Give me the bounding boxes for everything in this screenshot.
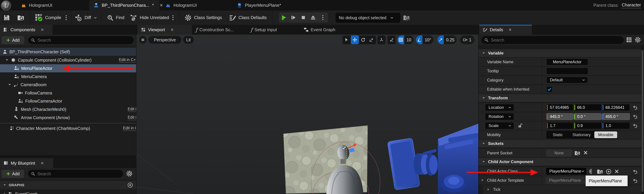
details-settings-gear-icon[interactable]: [634, 37, 641, 43]
add-blueprint-item-button[interactable]: Add: [1, 169, 24, 178]
compile-options-button[interactable]: [64, 11, 68, 25]
tab-viewport[interactable]: Viewport: [138, 25, 192, 35]
components-search-input[interactable]: [37, 38, 131, 43]
component-row-menuplaneactor[interactable]: MenuPlaneActor: [0, 64, 136, 72]
details-scrollbar-thumb[interactable]: [642, 50, 643, 192]
clear-socket-icon[interactable]: [583, 150, 588, 155]
coordinate-space-button[interactable]: [377, 36, 386, 45]
edit-in-cpp-link[interactable]: Edit in C++: [128, 115, 136, 120]
rotation-x-field[interactable]: 445.0 °: [546, 113, 573, 120]
move-tool-button[interactable]: [351, 36, 359, 44]
expander-down-icon[interactable]: [8, 83, 12, 87]
column-divider[interactable]: [542, 103, 542, 112]
debug-browse-button[interactable]: [403, 11, 410, 25]
find-button[interactable]: Find: [107, 11, 124, 25]
row-tick[interactable]: Tick: [483, 185, 641, 194]
graph-row-eventgraph[interactable]: EventGraph: [0, 190, 136, 194]
hide-unrelated-options-button[interactable]: [171, 11, 175, 25]
edit-in-cpp-link[interactable]: Edit in C++: [119, 58, 136, 63]
location-z-field[interactable]: 68.226641: [602, 104, 630, 111]
rotation-y-field[interactable]: 0.0 °: [574, 113, 602, 120]
viewport-3d-scene[interactable]: [136, 35, 478, 194]
component-row-menucamera[interactable]: MenuCamera: [0, 73, 136, 81]
column-divider[interactable]: [542, 85, 542, 93]
perspective-dropdown[interactable]: Perspective: [148, 36, 182, 44]
child-actor-class-dropdown[interactable]: PlayerMenuPlane: [546, 167, 586, 175]
expander-down-icon[interactable]: [482, 96, 485, 100]
stop-button[interactable]: [298, 13, 308, 23]
edit-in-cpp-link[interactable]: Edit in C++: [123, 126, 136, 131]
details-search-input[interactable]: [490, 38, 621, 43]
close-icon[interactable]: [40, 28, 44, 31]
component-row-charactermovement[interactable]: Character Movement (CharMoveComp) Edit i…: [0, 124, 136, 132]
component-row-cameraboom[interactable]: CameraBoom: [0, 81, 136, 89]
tab-components[interactable]: Components: [0, 25, 52, 35]
tooltip-field[interactable]: [546, 68, 588, 74]
tab-construction-script[interactable]: ƒ Construction Sc...: [194, 25, 235, 35]
component-row-followcamera[interactable]: FollowCamera: [0, 89, 136, 97]
variable-name-field[interactable]: MenuPlaneActor: [546, 59, 588, 65]
section-header-sockets[interactable]: Sockets: [478, 140, 641, 147]
component-row-capsule[interactable]: Capsule Component (CollisionCylinder) Ed…: [0, 56, 136, 64]
components-search[interactable]: [28, 36, 134, 44]
asset-tab-hologramui-level[interactable]: HologramUI: [17, 0, 56, 11]
unreal-logo-icon[interactable]: U: [1, 1, 11, 11]
grid-snap-control[interactable]: 10: [398, 36, 414, 44]
clear-class-icon[interactable]: [614, 169, 619, 174]
mobility-stationary-button[interactable]: Stationary: [569, 131, 594, 138]
section-header-variable[interactable]: Variable: [478, 49, 641, 57]
expander-down-icon[interactable]: [482, 160, 485, 163]
scale-tool-button[interactable]: [367, 36, 376, 44]
hide-unrelated-button[interactable]: Hide Unrelated: [130, 11, 169, 25]
add-graph-icon[interactable]: [127, 182, 133, 188]
component-row-self[interactable]: BP_ThirdPersonCharacter (Self): [0, 48, 136, 56]
class-defaults-button[interactable]: Class Defaults: [229, 11, 267, 25]
rotation-dropdown[interactable]: Rotation: [485, 113, 514, 120]
expander-down-icon[interactable]: [5, 58, 9, 62]
add-component-button[interactable]: Add: [1, 36, 24, 44]
save-button[interactable]: [3, 11, 10, 25]
column-divider[interactable]: [542, 121, 542, 130]
asset-tab-hologramui-blueprint[interactable]: HologramUI: [161, 0, 201, 11]
column-divider[interactable]: [542, 67, 542, 75]
asset-tab-playermenuplane[interactable]: PlayerMenuPlane*: [233, 0, 285, 11]
blueprint-settings-gear-icon[interactable]: [126, 170, 133, 177]
child-actor-template-field[interactable]: PlayerMenuPlane: [546, 177, 586, 184]
expander-right-icon[interactable]: [3, 192, 6, 194]
section-header-transform[interactable]: Transform: [478, 94, 641, 102]
compile-button[interactable]: Compile: [35, 11, 61, 25]
expander-down-icon[interactable]: [482, 142, 485, 145]
mobility-movable-button[interactable]: Movable: [594, 131, 617, 138]
tab-my-blueprint[interactable]: My Blueprint: [0, 158, 53, 168]
camera-speed-control[interactable]: 1: [460, 36, 474, 44]
new-asset-icon[interactable]: [606, 169, 612, 174]
lit-mode-dropdown[interactable]: Lit: [183, 36, 194, 44]
scale-y-field[interactable]: 0.9: [574, 122, 602, 129]
component-row-mesh[interactable]: Mesh (CharacterMesh0) Edit in C++: [0, 105, 136, 113]
class-settings-button[interactable]: Class Settings: [184, 11, 222, 25]
reset-class-button[interactable]: [632, 169, 638, 174]
browse-asset-button[interactable]: [17, 11, 24, 25]
panel-splitter[interactable]: [0, 155, 136, 158]
location-x-field[interactable]: 57.914985: [546, 104, 573, 111]
debug-object-dropdown[interactable]: No debug object selected: [336, 13, 400, 23]
reset-location-button[interactable]: [632, 105, 638, 110]
column-divider[interactable]: [542, 76, 542, 84]
category-dropdown[interactable]: Default: [546, 77, 588, 83]
property-matrix-icon[interactable]: [626, 37, 632, 43]
component-row-followcameraactor[interactable]: FollowCameraActor: [0, 97, 136, 105]
select-tool-button[interactable]: [342, 36, 351, 44]
column-divider[interactable]: [542, 167, 542, 175]
column-divider[interactable]: [542, 149, 542, 157]
expander-right-icon[interactable]: [487, 188, 490, 191]
editable-checkbox[interactable]: [546, 86, 552, 92]
parent-class-link[interactable]: Character: [622, 2, 641, 8]
scale-x-field[interactable]: 1.7: [546, 122, 573, 129]
surface-snapping-button[interactable]: [387, 36, 396, 45]
scale-dropdown[interactable]: Scale: [485, 122, 514, 129]
graphs-section-header[interactable]: GRAPHS: [0, 181, 136, 189]
tab-details[interactable]: Details: [479, 25, 532, 35]
rotate-tool-button[interactable]: [359, 36, 367, 44]
component-row-arrow[interactable]: Arrow Component (Arrow) Edit in C++: [0, 114, 136, 122]
section-header-child-actor-component[interactable]: Child Actor Component: [478, 158, 641, 166]
